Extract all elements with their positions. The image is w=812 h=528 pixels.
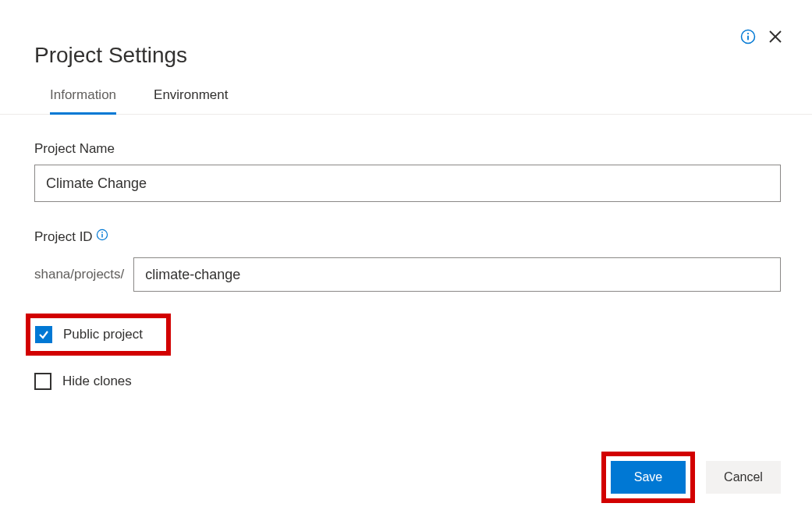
cancel-button[interactable]: Cancel xyxy=(706,461,781,494)
project-id-label-text: Project ID xyxy=(34,229,93,244)
project-settings-dialog: Project Settings Information Environment… xyxy=(0,0,812,528)
save-button[interactable]: Save xyxy=(611,461,686,494)
project-name-field: Project Name xyxy=(34,141,781,202)
tab-environment[interactable]: Environment xyxy=(154,87,228,115)
public-project-label[interactable]: Public project xyxy=(63,327,143,342)
hide-clones-checkbox[interactable] xyxy=(34,373,51,390)
svg-point-6 xyxy=(101,232,103,233)
project-id-field: Project ID shana/projects/ xyxy=(34,229,781,292)
tabs: Information Environment xyxy=(34,87,781,115)
tab-information[interactable]: Information xyxy=(50,87,116,115)
form-area: Project Name Project ID shana/projects/ xyxy=(34,115,781,390)
svg-point-1 xyxy=(747,33,749,34)
hide-clones-label[interactable]: Hide clones xyxy=(62,374,132,389)
project-id-label: Project ID xyxy=(34,229,108,245)
svg-rect-2 xyxy=(747,36,749,41)
project-name-label: Project Name xyxy=(34,141,115,157)
highlight-public-project: Public project xyxy=(26,314,171,356)
public-project-checkbox[interactable] xyxy=(35,326,52,343)
project-id-prefix: shana/projects/ xyxy=(34,267,124,282)
project-id-input[interactable] xyxy=(133,257,781,292)
dialog-buttons: Save Cancel xyxy=(601,452,781,503)
hide-clones-row: Hide clones xyxy=(34,373,781,390)
close-icon[interactable] xyxy=(767,28,784,45)
highlight-save-button: Save xyxy=(601,452,695,503)
info-icon[interactable] xyxy=(740,29,756,44)
dialog-top-icons xyxy=(740,28,784,45)
info-icon[interactable] xyxy=(96,229,108,245)
page-title: Project Settings xyxy=(34,43,781,68)
project-name-input[interactable] xyxy=(34,165,781,202)
svg-rect-7 xyxy=(102,234,103,238)
